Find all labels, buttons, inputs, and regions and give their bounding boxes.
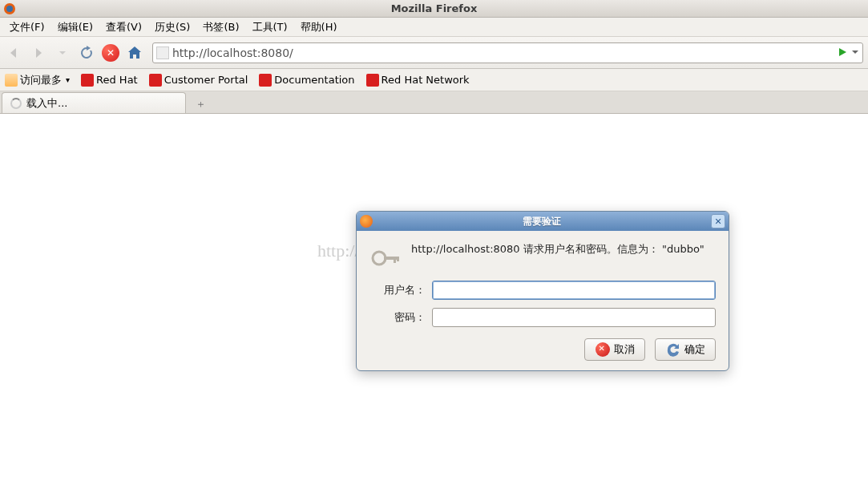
username-label: 用户名： bbox=[369, 283, 426, 297]
firefox-app-icon bbox=[3, 2, 16, 15]
redhat-icon bbox=[259, 74, 272, 87]
reload-button[interactable] bbox=[77, 43, 96, 63]
ok-icon bbox=[666, 342, 680, 357]
svg-point-2 bbox=[373, 252, 386, 265]
bookmark-label: Documentation bbox=[274, 74, 354, 86]
home-button[interactable] bbox=[125, 43, 144, 63]
redhat-icon bbox=[81, 74, 94, 87]
folder-icon bbox=[5, 74, 18, 87]
nav-toolbar: ✕ bbox=[0, 37, 868, 69]
svg-rect-5 bbox=[397, 257, 399, 261]
forward-button[interactable] bbox=[29, 43, 48, 63]
key-icon bbox=[369, 242, 402, 268]
bookmark-label: Customer Portal bbox=[164, 74, 248, 86]
firefox-icon bbox=[360, 215, 373, 228]
back-button[interactable] bbox=[5, 43, 24, 63]
menu-file[interactable]: 文件(F) bbox=[3, 18, 51, 36]
password-label: 密码： bbox=[369, 310, 426, 325]
cancel-icon bbox=[595, 342, 610, 357]
go-dropdown-icon[interactable] bbox=[851, 46, 859, 59]
cancel-label: 取消 bbox=[614, 342, 635, 357]
page-favicon bbox=[156, 46, 169, 59]
username-input[interactable] bbox=[432, 281, 716, 300]
chevron-down-icon: ▾ bbox=[66, 75, 70, 84]
dialog-close-button[interactable]: ✕ bbox=[711, 214, 725, 228]
window-titlebar: Mozilla Firefox bbox=[0, 0, 868, 18]
bookmark-redhat-network[interactable]: Red Hat Network bbox=[366, 74, 470, 87]
svg-rect-4 bbox=[394, 257, 396, 263]
bookmark-label: Red Hat Network bbox=[382, 74, 470, 86]
tab-label: 载入中... bbox=[26, 96, 67, 111]
bookmark-documentation[interactable]: Documentation bbox=[259, 74, 354, 87]
svg-rect-3 bbox=[384, 257, 398, 260]
menu-history[interactable]: 历史(S) bbox=[148, 18, 196, 36]
bookmark-label: Red Hat bbox=[96, 74, 138, 86]
menu-help[interactable]: 帮助(H) bbox=[294, 18, 344, 36]
bookmark-customer-portal[interactable]: Customer Portal bbox=[149, 74, 248, 87]
menu-tools[interactable]: 工具(T) bbox=[246, 18, 294, 36]
tab-loading[interactable]: 载入中... bbox=[2, 92, 186, 113]
menu-bookmarks[interactable]: 书签(B) bbox=[196, 18, 245, 36]
tab-bar: 载入中... ＋ bbox=[0, 91, 868, 114]
ok-label: 确定 bbox=[684, 342, 705, 357]
menu-view[interactable]: 查看(V) bbox=[99, 18, 148, 36]
url-input[interactable] bbox=[172, 46, 834, 59]
bookmark-label: 访问最多 bbox=[20, 73, 62, 87]
redhat-icon bbox=[366, 74, 379, 87]
menu-edit[interactable]: 编辑(E) bbox=[51, 18, 99, 36]
dialog-message: http://localhost:8080 请求用户名和密码。信息为： "dub… bbox=[411, 242, 704, 257]
dialog-title: 需要验证 bbox=[373, 215, 711, 228]
auth-dialog: 需要验证 ✕ http://localhost:8080 请求用户名和密码。信息… bbox=[356, 211, 729, 371]
go-button[interactable] bbox=[837, 46, 851, 60]
redhat-icon bbox=[149, 74, 162, 87]
loading-spinner-icon bbox=[10, 98, 22, 109]
dialog-body: http://localhost:8080 请求用户名和密码。信息为： "dub… bbox=[357, 231, 729, 370]
ok-button[interactable]: 确定 bbox=[655, 338, 716, 361]
stop-button[interactable]: ✕ bbox=[101, 43, 120, 63]
bookmarks-toolbar: 访问最多 ▾ Red Hat Customer Portal Documenta… bbox=[0, 69, 868, 91]
forward-dropdown-icon[interactable] bbox=[53, 43, 72, 63]
svg-point-1 bbox=[6, 6, 13, 12]
bookmark-redhat[interactable]: Red Hat bbox=[81, 74, 138, 87]
bookmark-most-visited[interactable]: 访问最多 ▾ bbox=[5, 73, 70, 87]
menubar: 文件(F) 编辑(E) 查看(V) 历史(S) 书签(B) 工具(T) 帮助(H… bbox=[0, 18, 868, 37]
password-input[interactable] bbox=[432, 308, 716, 327]
new-tab-button[interactable]: ＋ bbox=[191, 95, 210, 113]
window-title: Mozilla Firefox bbox=[391, 2, 478, 14]
cancel-button[interactable]: 取消 bbox=[584, 338, 645, 361]
dialog-titlebar[interactable]: 需要验证 ✕ bbox=[357, 212, 729, 231]
stop-icon: ✕ bbox=[102, 44, 119, 62]
url-bar-container[interactable] bbox=[152, 42, 863, 63]
